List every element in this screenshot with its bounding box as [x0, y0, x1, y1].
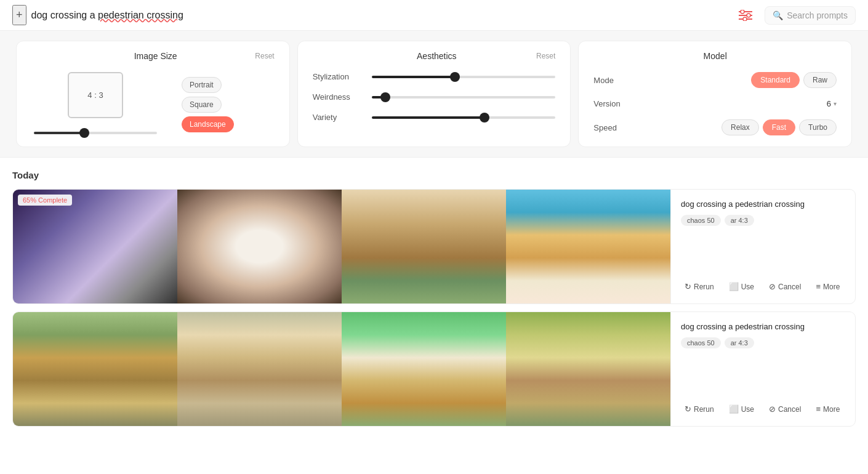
prompt-title: dog crossing a pedestrian crossing: [31, 10, 183, 21]
use-icon: ⬜: [729, 282, 739, 291]
gen1-tags: chaos 50 ar 4:3: [681, 215, 845, 226]
gen1-info: dog crossing a pedestrian crossing chaos…: [670, 190, 855, 303]
content-area: Today 65% Complete dog crossing a pedest…: [0, 158, 868, 446]
square-button[interactable]: Square: [182, 97, 222, 113]
gen1-img3[interactable]: [342, 190, 506, 303]
rerun-label-2: Rerun: [694, 405, 714, 414]
version-row: Version 6 ▾: [593, 99, 837, 108]
svg-point-3: [741, 10, 744, 14]
aspect-ratio-box: 4 : 3: [68, 72, 123, 118]
gen1-img2[interactable]: [177, 190, 342, 303]
weirdness-row: Weirdness: [313, 92, 556, 102]
gen1-more-button[interactable]: ≡ More: [812, 279, 843, 294]
header-left: + dog crossing a pedestrian crossing: [12, 5, 183, 25]
aesthetics-reset[interactable]: Reset: [536, 52, 555, 60]
gen1-use-button[interactable]: ⬜ Use: [725, 279, 758, 294]
gen1-rerun-button[interactable]: ↻ Rerun: [681, 279, 718, 294]
rerun-icon: ↻: [685, 282, 691, 291]
model-header: Model: [593, 51, 837, 61]
ratio-label: 4 : 3: [87, 90, 103, 100]
cancel-label-2: Cancel: [778, 405, 801, 414]
variety-label: Variety: [313, 113, 362, 122]
aesthetics-header: Aesthetics Reset: [313, 51, 556, 61]
more-icon-2: ≡: [816, 404, 821, 414]
stylization-label: Stylization: [313, 72, 362, 81]
svg-point-5: [743, 17, 747, 21]
gen2-use-button[interactable]: ⬜ Use: [725, 402, 758, 416]
gen2-images: [13, 312, 670, 426]
rerun-icon-2: ↻: [685, 404, 691, 414]
aesthetics-panel: Aesthetics Reset Stylization Weirdness V…: [297, 41, 571, 147]
gen2-info: dog crossing a pedestrian crossing chaos…: [670, 312, 855, 426]
use-label: Use: [741, 283, 754, 291]
raw-mode-button[interactable]: Raw: [803, 72, 837, 88]
gen2-img3[interactable]: [342, 312, 506, 426]
section-title: Today: [12, 170, 856, 180]
more-icon: ≡: [816, 282, 821, 291]
gen2-title: dog crossing a pedestrian crossing: [681, 322, 845, 331]
mode-row: Mode Standard Raw: [593, 72, 837, 88]
gen2-tags: chaos 50 ar 4:3: [681, 337, 845, 348]
version-select[interactable]: 6 ▾: [827, 99, 837, 108]
gen2-cancel-button[interactable]: ⊘ Cancel: [765, 402, 805, 416]
generation-row-1: 65% Complete dog crossing a pedestrian c…: [12, 189, 856, 304]
size-slider-container: [31, 126, 159, 137]
gen1-img1[interactable]: 65% Complete: [13, 190, 177, 303]
cancel-icon: ⊘: [769, 282, 776, 291]
variety-slider[interactable]: [372, 116, 556, 119]
speed-label: Speed: [593, 123, 617, 132]
landscape-button[interactable]: Landscape: [182, 116, 234, 132]
search-placeholder: Search prompts: [787, 10, 848, 20]
cancel-icon-2: ⊘: [769, 404, 776, 414]
gen1-images: 65% Complete: [13, 190, 670, 303]
header-right: 🔍 Search prompts: [736, 6, 856, 25]
standard-mode-button[interactable]: Standard: [751, 72, 800, 88]
size-slider[interactable]: [34, 132, 157, 134]
speed-options: Relax Fast Turbo: [721, 119, 837, 135]
prompt-underline-1: pedestrian crossing: [98, 10, 183, 20]
chevron-down-icon: ▾: [834, 100, 837, 107]
gen2-tag-chaos: chaos 50: [681, 337, 721, 348]
search-icon: 🔍: [773, 10, 783, 20]
turbo-speed-button[interactable]: Turbo: [799, 119, 837, 135]
gen2-actions: ↻ Rerun ⬜ Use ⊘ Cancel ≡ More: [681, 402, 845, 416]
gen1-tag-ar: ar 4:3: [725, 215, 754, 226]
model-panel: Model Mode Standard Raw Version 6 ▾ Spee…: [578, 41, 852, 147]
cancel-label: Cancel: [778, 283, 801, 291]
portrait-button[interactable]: Portrait: [182, 77, 222, 93]
version-label: Version: [593, 99, 620, 108]
size-controls: 4 : 3 Portrait Square Landscape: [31, 72, 275, 137]
add-new-button[interactable]: +: [12, 5, 26, 25]
version-value: 6: [827, 99, 831, 108]
gen1-img4[interactable]: [506, 190, 670, 303]
stylization-row: Stylization: [313, 72, 556, 81]
weirdness-label: Weirdness: [313, 92, 362, 102]
mode-label: Mode: [593, 76, 614, 85]
image-size-reset[interactable]: Reset: [255, 52, 274, 60]
search-box[interactable]: 🔍 Search prompts: [765, 6, 856, 25]
filter-icon: [739, 10, 752, 21]
image-size-title: Image Size: [56, 51, 255, 61]
progress-badge: 65% Complete: [18, 195, 72, 206]
mode-options: Standard Raw: [751, 72, 837, 88]
gen1-tag-chaos: chaos 50: [681, 215, 721, 226]
weirdness-slider[interactable]: [372, 96, 556, 98]
fast-speed-button[interactable]: Fast: [763, 119, 795, 135]
more-label-2: More: [823, 405, 840, 414]
filter-button[interactable]: [736, 7, 755, 23]
header: + dog crossing a pedestrian crossing 🔍 S…: [0, 0, 868, 31]
gen2-img1[interactable]: [13, 312, 177, 426]
stylization-slider[interactable]: [372, 76, 556, 78]
gen2-rerun-button[interactable]: ↻ Rerun: [681, 402, 718, 416]
gen1-title: dog crossing a pedestrian crossing: [681, 199, 845, 209]
image-size-header: Image Size Reset: [31, 51, 275, 61]
gen2-more-button[interactable]: ≡ More: [812, 402, 843, 416]
gen1-cancel-button[interactable]: ⊘ Cancel: [765, 279, 805, 294]
settings-row: Image Size Reset 4 : 3 Portrait Square L…: [0, 31, 868, 158]
gen2-tag-ar: ar 4:3: [725, 337, 754, 348]
model-title: Model: [593, 51, 837, 61]
gen2-img4[interactable]: [506, 312, 670, 426]
gen2-img2[interactable]: [177, 312, 342, 426]
relax-speed-button[interactable]: Relax: [721, 119, 759, 135]
generation-row-2: dog crossing a pedestrian crossing chaos…: [12, 311, 856, 427]
